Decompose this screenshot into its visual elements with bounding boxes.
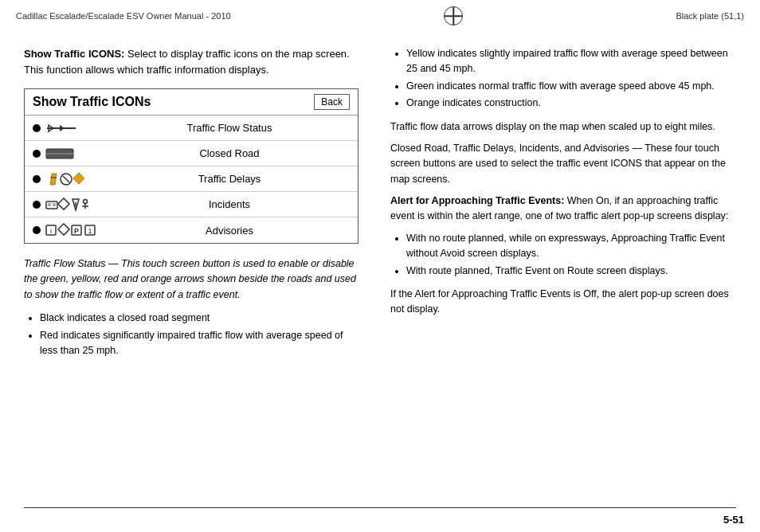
para-closed-road: Closed Road, Traffic Delays, Incidents, … [390,141,736,187]
traffic-row-advisories[interactable]: i P 1 Advisories [25,217,358,243]
traffic-label-flow: Traffic Flow Status [109,122,350,134]
traffic-dot-flow [33,124,41,132]
traffic-delays-icon [45,172,85,186]
traffic-label-road: Closed Road [109,147,350,159]
intro-paragraph: Show Traffic ICONS: Select to display tr… [24,46,358,77]
traffic-icon-delays [45,172,109,186]
closed-road-icon [45,147,74,161]
flow-status-italic: Traffic Flow Status [24,258,106,269]
page-footer: 5-51 [0,509,760,532]
traffic-dot-delays [33,175,41,183]
bullet-black: Black indicates a closed road segment [40,311,358,326]
intro-bold: Show Traffic ICONS: [24,48,124,60]
subbullet-with-route: With route planned, Traffic Event on Rou… [406,264,736,279]
svg-marker-6 [50,174,57,185]
bullet-green: Green indicates normal traffic flow with… [406,79,736,94]
incidents-icon [45,198,89,212]
crosshair-icon [444,6,463,25]
bullet-yellow: Yellow indicates slightly impaired traff… [406,46,736,77]
flow-status-icon [45,122,77,135]
page-header: Cadillac Escalade/Escalade ESV Owner Man… [0,0,760,30]
svg-text:P: P [74,227,79,235]
traffic-row-incidents[interactable]: Incidents [25,192,358,217]
traffic-row-delays[interactable]: Traffic Delays [25,166,358,192]
traffic-icon-road [45,147,109,161]
right-bullet-list-top: Yellow indicates slightly impaired traff… [406,46,736,111]
svg-rect-10 [73,172,84,183]
header-left: Cadillac Escalade/Escalade ESV Owner Man… [16,11,231,21]
traffic-row-flow[interactable]: Traffic Flow Status [25,115,358,141]
traffic-icon-flow [45,122,109,135]
traffic-icons-header: Show Traffic ICONs Back [25,89,358,115]
bullet-orange: Orange indicates construction. [406,96,736,111]
traffic-label-incidents: Incidents [109,198,350,210]
right-column: Yellow indicates slightly impaired traff… [382,46,736,366]
svg-text:1: 1 [88,227,92,235]
para-final: If the Alert for Approaching Traffic Eve… [390,287,736,318]
footer-line [24,507,736,508]
traffic-icon-advisories: i P 1 [45,223,109,237]
svg-text:i: i [50,227,52,235]
alert-bold: Alert for Approaching Traffic Events: [390,195,564,206]
svg-point-18 [84,199,88,203]
header-right: Black plate (51,1) [676,11,744,21]
left-column: Show Traffic ICONS: Select to display tr… [24,46,358,366]
svg-rect-23 [58,224,69,235]
para-alert: Alert for Approaching Traffic Events: Wh… [390,194,736,225]
traffic-dot-advisories [33,226,41,234]
traffic-icons-box: Show Traffic ICONs Back Traffic Flow Sta… [24,88,358,244]
back-button[interactable]: Back [314,94,350,110]
svg-rect-14 [58,198,69,209]
bullet-red: Red indicates significantly impaired tra… [40,328,358,359]
traffic-dot-incidents [33,201,41,209]
traffic-row-road[interactable]: Closed Road [25,141,358,166]
page-number: 5-51 [723,514,744,526]
svg-rect-12 [48,203,51,206]
svg-point-17 [75,207,76,209]
left-bullet-list: Black indicates a closed road segment Re… [40,311,358,358]
para-flow-data: Traffic flow data arrows display on the … [390,119,736,135]
svg-line-9 [63,176,69,182]
header-center [444,6,463,25]
subbullet-no-route: With no route planned, while on expressw… [406,231,736,262]
advisories-icon: i P 1 [45,223,97,237]
flow-status-paragraph: Traffic Flow Status — This touch screen … [24,256,358,303]
traffic-box-title: Show Traffic ICONs [33,95,151,109]
traffic-label-delays: Traffic Delays [109,173,350,185]
main-content: Show Traffic ICONS: Select to display tr… [0,30,760,374]
right-subbullet-list: With no route planned, while on expressw… [406,231,736,279]
traffic-icon-incidents [45,198,109,212]
traffic-dot-road [33,150,41,158]
svg-rect-13 [53,203,56,206]
traffic-label-advisories: Advisories [109,225,350,237]
